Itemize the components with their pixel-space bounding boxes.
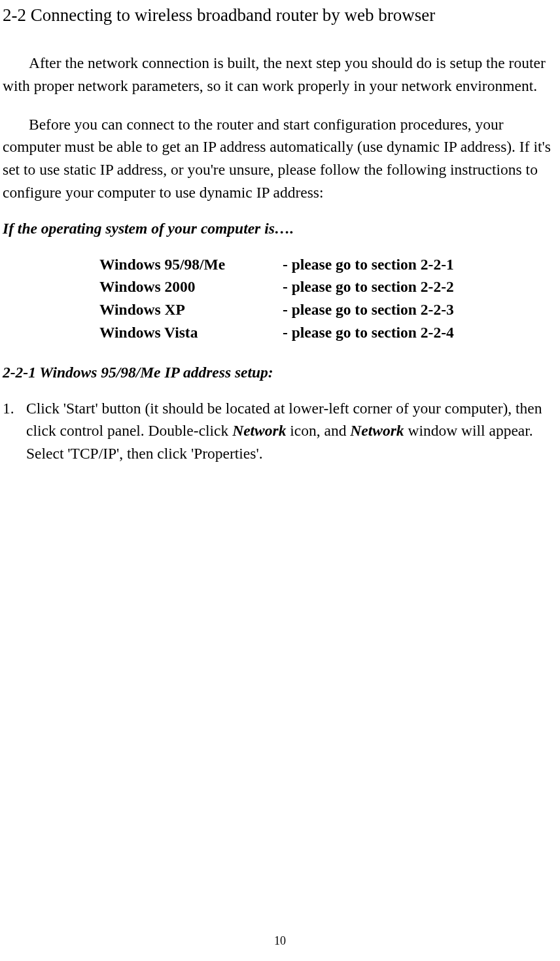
step-text: icon, and bbox=[286, 422, 350, 439]
subsection-title: 2-2-1 Windows 95/98/Me IP address setup: bbox=[3, 364, 557, 381]
os-row: Windows 95/98/Me - please go to section … bbox=[99, 253, 557, 276]
network-keyword: Network bbox=[350, 422, 404, 439]
step-content: Click 'Start' button (it should be locat… bbox=[26, 397, 557, 465]
paragraph-1: After the network connection is built, t… bbox=[3, 52, 557, 97]
os-name: Windows XP bbox=[99, 298, 283, 321]
section-title: 2-2 Connecting to wireless broadband rou… bbox=[3, 5, 557, 26]
os-section: - please go to section 2-2-1 bbox=[283, 253, 454, 276]
os-section: - please go to section 2-2-2 bbox=[283, 275, 454, 298]
os-row: Windows Vista - please go to section 2-2… bbox=[99, 321, 557, 344]
os-row: Windows 2000 - please go to section 2-2-… bbox=[99, 275, 557, 298]
network-keyword: Network bbox=[232, 422, 286, 439]
os-section: - please go to section 2-2-3 bbox=[283, 298, 454, 321]
paragraph-2: Before you can connect to the router and… bbox=[3, 113, 557, 204]
page-number: 10 bbox=[0, 934, 560, 948]
step-number: 1. bbox=[3, 397, 26, 465]
step-1: 1. Click 'Start' button (it should be lo… bbox=[3, 397, 557, 465]
os-row: Windows XP - please go to section 2-2-3 bbox=[99, 298, 557, 321]
os-name: Windows 2000 bbox=[99, 275, 283, 298]
os-name: Windows Vista bbox=[99, 321, 283, 344]
os-name: Windows 95/98/Me bbox=[99, 253, 283, 276]
os-intro: If the operating system of your computer… bbox=[3, 220, 557, 237]
os-section: - please go to section 2-2-4 bbox=[283, 321, 454, 344]
os-table: Windows 95/98/Me - please go to section … bbox=[99, 253, 557, 344]
